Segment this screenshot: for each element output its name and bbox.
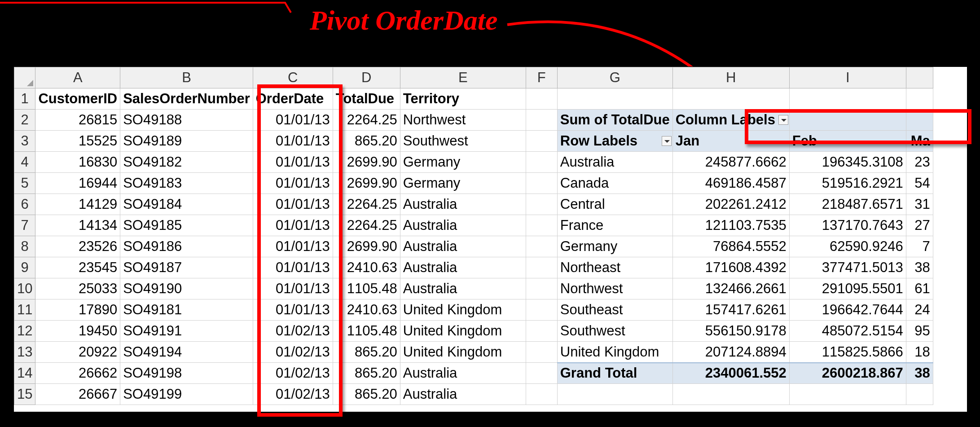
cell[interactable] [906, 110, 933, 131]
cell[interactable]: 26815 [35, 110, 120, 131]
cell[interactable]: 865.20 [333, 363, 400, 384]
col-E[interactable]: E [400, 67, 526, 88]
row-8[interactable]: 8 [14, 236, 35, 257]
pivot-value[interactable]: 115825.5866 [789, 342, 906, 363]
cell[interactable]: United Kingdom [400, 299, 526, 321]
pivot-value[interactable]: 24 [906, 299, 933, 321]
excel-grid[interactable]: A B C D E F G H I 1 CustomerID SalesOrde… [13, 66, 967, 412]
pivot-column-labels[interactable]: Column Labels [672, 110, 789, 131]
cell[interactable]: Australia [400, 384, 526, 405]
col-B[interactable]: B [120, 67, 253, 88]
cell[interactable] [672, 384, 789, 405]
pivot-month-jan[interactable]: Jan [672, 131, 789, 152]
cell[interactable]: United Kingdom [400, 321, 526, 342]
cell[interactable] [526, 215, 557, 236]
pivot-row-label[interactable]: United Kingdom [557, 342, 672, 363]
cell[interactable]: 23545 [35, 257, 120, 278]
cell[interactable]: Australia [400, 278, 526, 299]
row-9[interactable]: 9 [14, 257, 35, 278]
row-5[interactable]: 5 [14, 173, 35, 194]
cell[interactable] [526, 194, 557, 215]
cell[interactable]: 2264.25 [333, 194, 400, 215]
pivot-grand-total-label[interactable]: Grand Total [557, 363, 672, 384]
cell[interactable]: SO49199 [120, 384, 253, 405]
pivot-row-label[interactable]: France [557, 215, 672, 236]
pivot-value[interactable]: 291095.5501 [789, 278, 906, 299]
cell[interactable] [526, 173, 557, 194]
cell[interactable]: 14129 [35, 194, 120, 215]
header-salesordernumber[interactable]: SalesOrderNumber [120, 88, 253, 110]
cell[interactable]: SO49187 [120, 257, 253, 278]
cell[interactable]: Australia [400, 215, 526, 236]
pivot-value[interactable]: 18 [906, 342, 933, 363]
header-totaldue[interactable]: TotalDue [333, 88, 400, 110]
pivot-value[interactable]: 23 [906, 152, 933, 173]
header-customerid[interactable]: CustomerID [35, 88, 120, 110]
pivot-value[interactable]: 469186.4587 [672, 173, 789, 194]
cell[interactable]: SO49189 [120, 131, 253, 152]
cell[interactable]: 26667 [35, 384, 120, 405]
cell[interactable]: 01/02/13 [253, 363, 333, 384]
cell[interactable] [789, 384, 906, 405]
cell[interactable] [526, 131, 557, 152]
cell[interactable] [526, 278, 557, 299]
select-all-corner[interactable] [14, 67, 35, 88]
cell[interactable]: 01/01/13 [253, 152, 333, 173]
cell[interactable] [906, 88, 933, 110]
col-H[interactable]: H [672, 67, 789, 88]
cell[interactable] [906, 384, 933, 405]
pivot-value[interactable]: 121103.7535 [672, 215, 789, 236]
pivot-total-jan[interactable]: 2340061.552 [672, 363, 789, 384]
pivot-value[interactable]: 485072.5154 [789, 321, 906, 342]
row-15[interactable]: 15 [14, 384, 35, 405]
cell[interactable]: United Kingdom [400, 342, 526, 363]
cell[interactable]: 15525 [35, 131, 120, 152]
row-11[interactable]: 11 [14, 299, 35, 321]
cell[interactable]: 01/01/13 [253, 236, 333, 257]
col-D[interactable]: D [333, 67, 400, 88]
pivot-value[interactable]: 7 [906, 236, 933, 257]
cell[interactable] [526, 384, 557, 405]
pivot-value[interactable]: 132466.2661 [672, 278, 789, 299]
header-orderdate[interactable]: OrderDate [253, 88, 333, 110]
pivot-month-feb[interactable]: Feb [789, 131, 906, 152]
cell[interactable]: 01/01/13 [253, 278, 333, 299]
pivot-total-edge[interactable]: 38 [906, 363, 933, 384]
pivot-value[interactable]: 207124.8894 [672, 342, 789, 363]
pivot-row-label[interactable]: Northeast [557, 257, 672, 278]
cell[interactable]: 865.20 [333, 384, 400, 405]
pivot-value[interactable]: 196345.3108 [789, 152, 906, 173]
cell[interactable]: SO49190 [120, 278, 253, 299]
row-14[interactable]: 14 [14, 363, 35, 384]
cell[interactable] [526, 152, 557, 173]
pivot-value[interactable]: 218487.6571 [789, 194, 906, 215]
col-A[interactable]: A [35, 67, 120, 88]
pivot-value[interactable]: 95 [906, 321, 933, 342]
cell[interactable]: Australia [400, 236, 526, 257]
cell[interactable]: SO49183 [120, 173, 253, 194]
cell[interactable]: Australia [400, 257, 526, 278]
cell[interactable]: 01/01/13 [253, 215, 333, 236]
cell[interactable]: 2410.63 [333, 299, 400, 321]
cell[interactable]: 865.20 [333, 342, 400, 363]
dropdown-icon[interactable] [778, 115, 788, 125]
pivot-value[interactable]: 377471.5013 [789, 257, 906, 278]
cell[interactable] [789, 110, 906, 131]
cell[interactable] [526, 88, 557, 110]
cell[interactable]: 2699.90 [333, 152, 400, 173]
dropdown-icon[interactable] [662, 136, 672, 146]
cell[interactable]: Germany [400, 152, 526, 173]
row-10[interactable]: 10 [14, 278, 35, 299]
cell[interactable]: 20922 [35, 342, 120, 363]
row-3[interactable]: 3 [14, 131, 35, 152]
cell[interactable]: 25033 [35, 278, 120, 299]
pivot-value[interactable]: 62590.9246 [789, 236, 906, 257]
cell[interactable] [557, 384, 672, 405]
cell[interactable] [526, 321, 557, 342]
cell[interactable]: Northwest [400, 110, 526, 131]
row-6[interactable]: 6 [14, 194, 35, 215]
cell[interactable]: 14134 [35, 215, 120, 236]
cell[interactable] [526, 257, 557, 278]
pivot-row-labels[interactable]: Row Labels [557, 131, 672, 152]
cell[interactable]: 16944 [35, 173, 120, 194]
